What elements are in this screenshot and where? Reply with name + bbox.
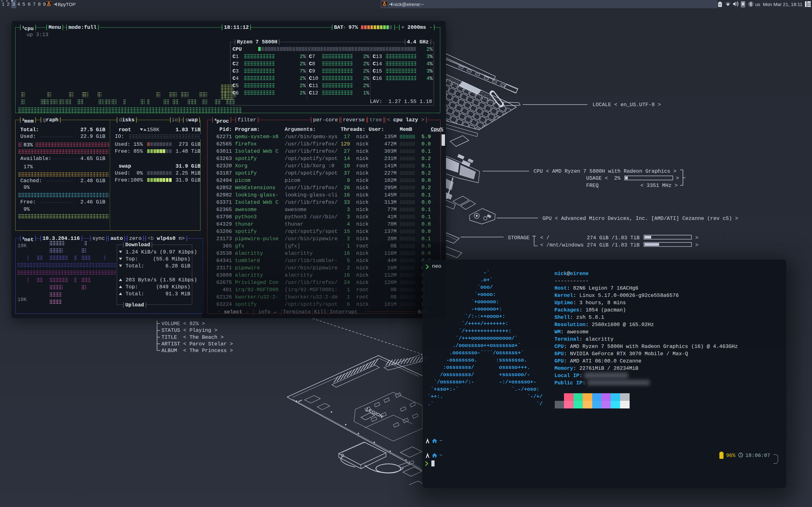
svg-text:~: ~ [439, 452, 443, 458]
svg-text:~: ~ [439, 438, 443, 444]
